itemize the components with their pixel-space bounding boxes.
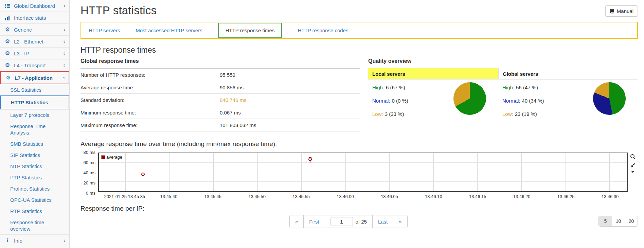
quality-stat-label: Low:: [502, 111, 513, 117]
page-size-button[interactable]: 5: [599, 216, 612, 226]
y-tick-label: 60 ms: [84, 160, 95, 165]
table-row: Number of HTTP responses: 95 559: [80, 69, 360, 81]
sidebar-subitem[interactable]: Response Time Analysis: [0, 121, 69, 138]
sidebar-item[interactable]: ⚙ Global Dashboard ‹: [0, 0, 69, 12]
timeseries-plot: average: [98, 153, 628, 192]
sidebar-item-icon: ⚙: [4, 39, 11, 44]
sidebar-subitem-label: PTP Statistics: [10, 175, 42, 180]
sidebar-subitem[interactable]: PTP Statistics: [0, 172, 69, 183]
manual-button[interactable]: Manual: [605, 5, 638, 17]
main-content: HTTP statistics Manual HTTP serversMost …: [70, 0, 644, 248]
x-tick-label: 13:46:30: [602, 194, 619, 199]
x-tick-label: 13:45:55: [292, 194, 310, 199]
table-row-label: Minimum response time:: [80, 110, 220, 116]
sidebar-item-icon: i: [4, 237, 11, 244]
grid-line-vertical: [345, 153, 346, 191]
sidebar-subitem[interactable]: Profinet Statistics: [0, 183, 69, 194]
sidebar-item-icon: ⚙: [4, 15, 11, 20]
global-response-times-title: Global response times: [80, 58, 360, 64]
chevron-left-icon: ‹: [64, 238, 65, 243]
page-next-button[interactable]: »: [393, 215, 407, 228]
x-tick-label: 13:46:10: [425, 194, 442, 199]
sidebar-subitem[interactable]: HTTP Statistics: [0, 95, 69, 109]
manual-button-label: Manual: [617, 8, 633, 14]
y-tick-label: 0 ms: [86, 191, 95, 196]
timeseries-xlabels: 2021-01-25 13:45:3513:45:4013:45:4513:45…: [98, 192, 628, 200]
page-prev-button[interactable]: «: [290, 215, 304, 228]
tab[interactable]: Most accessed HTTP servers: [136, 28, 202, 33]
page-last-button[interactable]: Last: [373, 215, 393, 228]
x-tick-label: 2021-01-25 13:45:35: [104, 194, 145, 199]
sidebar-subitem-label: OPC-UA Statistics: [10, 197, 52, 203]
quality-stat-value: 6 (67 %): [386, 85, 405, 90]
legend-swatch: [101, 155, 105, 159]
page-size-selector: 51020: [598, 216, 638, 227]
sidebar-item-label: L3 - IP: [14, 51, 64, 56]
sidebar-item-label: Interface stats: [14, 15, 64, 21]
chart-toolbar: [628, 153, 638, 200]
quality-stat-value: 23 (19 %): [515, 111, 537, 117]
sidebar-subitem[interactable]: Layer 7 protocols: [0, 109, 69, 121]
sidebar-item[interactable]: ⚙ L2 - Ethernet ‹: [0, 36, 69, 48]
table-row-label: Maximum response time:: [80, 122, 220, 128]
sidebar-subitem[interactable]: Response time overview: [0, 217, 69, 234]
grid-line-vertical: [566, 153, 566, 191]
sidebar-item[interactable]: ⚙ L4 - Transport ‹: [0, 59, 69, 71]
quality-stat-label: High:: [372, 85, 384, 90]
sidebar-subitem[interactable]: SMB Statistics: [0, 138, 69, 149]
sidebar-item[interactable]: ⚙ Generic ‹: [0, 24, 69, 36]
chevron-left-icon: ‹: [64, 63, 65, 68]
compress-icon[interactable]: [630, 163, 636, 168]
gear-icon: ⚙: [5, 51, 10, 56]
sidebar-subitem-label: SMB Statistics: [10, 141, 43, 147]
sidebar-item-l7-application[interactable]: ⚙ L7 - Application ‹: [0, 71, 69, 84]
table-row: Average response time: 90.856 ms: [80, 81, 360, 94]
chevron-down-icon: ‹: [61, 77, 66, 78]
stats-columns: Global response times Number of HTTP res…: [80, 58, 638, 131]
table-row: Maximum response time: 101 803.032 ms: [80, 119, 360, 131]
sidebar-item-label: Global Dashboard: [14, 3, 64, 9]
page-number-input[interactable]: [330, 217, 353, 226]
sidebar-subitem-label: Profinet Statistics: [10, 186, 50, 192]
sidebar-subitem[interactable]: SIP Statistics: [0, 149, 69, 161]
sidebar: ⚙ Global Dashboard ‹ ⚙: [0, 0, 70, 248]
timeseries-chart: 0 ms20 ms40 ms60 ms80 ms average 2021-01…: [80, 153, 638, 200]
page-size-button[interactable]: 10: [612, 216, 625, 226]
table-row-label: Number of HTTP responses:: [80, 72, 220, 78]
sidebar-subitem[interactable]: OPC-UA Statistics: [0, 194, 69, 206]
tab[interactable]: HTTP response times: [218, 23, 282, 38]
sidebar-subitem-label: NTP Statistics: [10, 163, 42, 169]
table-row: Standard deviation: 640.746 ms: [80, 94, 360, 106]
sidebar-item-icon: ⚙: [4, 3, 11, 8]
per-ip-title: Response time per IP:: [80, 205, 638, 212]
x-tick-label: 13:45:50: [248, 194, 266, 199]
page-count-label: of 25: [356, 219, 367, 225]
sidebar-subitem-label: Response time overview: [10, 219, 44, 232]
tab[interactable]: HTTP response codes: [298, 28, 348, 33]
page-size-button[interactable]: 20: [625, 216, 638, 226]
tab[interactable]: HTTP servers: [89, 28, 120, 33]
table-row-label: Average response time:: [80, 85, 220, 90]
table-row-value: 101 803.032 ms: [220, 122, 256, 128]
sidebar-subitem[interactable]: NTP Statistics: [0, 161, 69, 172]
sidebar-item-label: L4 - Transport: [14, 63, 64, 68]
quality-groups: Local servers High: 6 (67 %) Normal: 0 (…: [368, 68, 638, 121]
x-tick-label: 13:46:00: [337, 194, 354, 199]
sidebar-item[interactable]: ⚙ Interface stats ‹: [0, 12, 69, 24]
table-row-label: Standard deviation:: [80, 97, 220, 103]
zoom-icon[interactable]: [630, 154, 636, 160]
data-point: [141, 173, 145, 176]
grid-line-vertical: [257, 153, 258, 191]
sidebar-subitem[interactable]: RTP Statistics: [0, 206, 69, 217]
sidebar-item-icon: ⚙: [4, 51, 11, 56]
sidebar-item-info[interactable]: i Info ‹: [0, 234, 69, 246]
x-tick-label: 13:45:45: [204, 194, 221, 199]
sidebar-item[interactable]: ⚙ L3 - IP ‹: [0, 48, 69, 59]
quality-stat-row: Normal: 40 (34 %): [502, 94, 581, 107]
page-first-button[interactable]: First: [304, 215, 325, 228]
grid-line-vertical: [213, 153, 214, 191]
caret-down-icon[interactable]: [631, 171, 634, 173]
sidebar-subitem[interactable]: SSL Statistics: [0, 84, 69, 95]
grid-line-vertical: [521, 153, 522, 191]
chevron-left-icon: ‹: [64, 51, 65, 56]
